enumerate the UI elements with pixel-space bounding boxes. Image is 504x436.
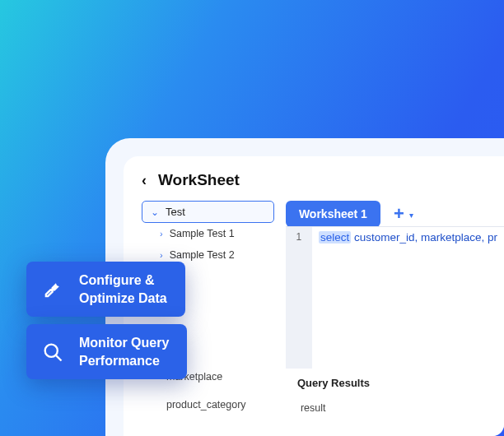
code-line: select customer_id, marketplace, pr <box>312 227 504 369</box>
header: ‹ WorkSheet <box>142 171 504 189</box>
line-number: 1 <box>286 231 312 243</box>
results-column-header: result <box>297 389 504 414</box>
query-results: Query Results result <box>286 369 504 414</box>
tree-item-label: Sample Test 1 <box>170 228 235 239</box>
line-gutter: 1 <box>286 227 312 369</box>
field-product-category[interactable]: product_category <box>166 391 274 419</box>
tab-worksheet-1[interactable]: Worksheet 1 <box>286 201 380 227</box>
sql-editor[interactable]: 1 select customer_id, marketplace, pr <box>286 226 504 369</box>
test-dropdown[interactable]: ⌄ Test <box>142 201 274 223</box>
dropdown-label: Test <box>166 206 185 218</box>
chevron-right-icon: › <box>160 229 163 239</box>
tab-row: Worksheet 1 + ▾ <box>286 201 504 227</box>
results-title: Query Results <box>297 377 504 389</box>
magnifier-icon <box>40 339 66 365</box>
feature-monitor-card[interactable]: Monitor Query Performance <box>26 324 187 379</box>
page-title: WorkSheet <box>158 171 240 189</box>
chevron-down-icon: ▾ <box>409 211 413 220</box>
sidebar: ⌄ Test › Sample Test 1 › Sample Test 2 m… <box>142 201 274 436</box>
svg-line-1 <box>56 355 61 360</box>
main-column: Worksheet 1 + ▾ 1 select customer_id, ma… <box>286 201 504 436</box>
feature-card-text: Monitor Query Performance <box>79 334 169 369</box>
tree-item-label: Sample Test 2 <box>170 249 235 261</box>
tree-item-sample-1[interactable]: › Sample Test 1 <box>142 223 274 244</box>
content-row: ⌄ Test › Sample Test 1 › Sample Test 2 m… <box>142 201 504 436</box>
chevron-down-icon: ⌄ <box>151 206 159 218</box>
svg-point-0 <box>45 344 58 356</box>
wrench-icon <box>40 276 66 303</box>
plus-icon: + <box>394 203 404 225</box>
feature-card-text: Configure & Optimize Data <box>79 271 167 307</box>
code-columns: customer_id, marketplace, pr <box>351 231 497 244</box>
add-tab-button[interactable]: + ▾ <box>389 203 418 225</box>
chevron-right-icon: › <box>160 250 163 260</box>
keyword-select: select <box>319 231 351 244</box>
back-button[interactable]: ‹ <box>142 173 147 188</box>
feature-configure-card[interactable]: Configure & Optimize Data <box>26 262 185 317</box>
